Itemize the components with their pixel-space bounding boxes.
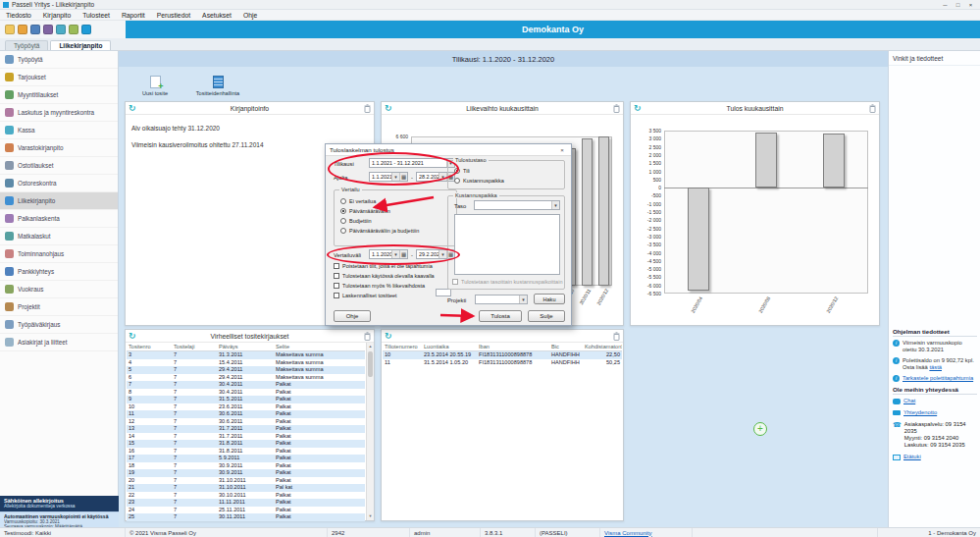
- menu-asetukset[interactable]: Asetukset: [196, 12, 237, 19]
- calendar-icon[interactable]: [399, 173, 407, 181]
- tasoittain-checkbox[interactable]: Tulostetaan tasoittain kustannuspaikoitt…: [452, 279, 564, 285]
- sidebar-item-7[interactable]: Ostotilaukset: [0, 157, 118, 175]
- table-row[interactable]: 12730.6.2011Palkat: [127, 418, 365, 426]
- vertailu-radio-1[interactable]: Ei vertailua: [340, 198, 454, 204]
- table-row[interactable]: 24725.11.2011Palkat: [127, 507, 365, 514]
- save-icon[interactable]: [30, 25, 40, 34]
- sidebar-item-10[interactable]: Palkanlaskenta: [0, 210, 118, 228]
- backup-notice[interactable]: Automaattinen varmuuskopiointi ei käytös…: [0, 511, 119, 527]
- trash-icon[interactable]: [613, 104, 620, 113]
- sidebar-item-13[interactable]: Pankkiyhteys: [0, 263, 118, 281]
- table-row[interactable]: 10723.6.2011Palkat: [127, 403, 365, 411]
- sidebar-item-4[interactable]: Laskutus ja myyntireskontra: [0, 104, 118, 122]
- table-row[interactable]: 11730.6.2011Palkat: [127, 410, 365, 418]
- vertailu-radio-3[interactable]: Budjettiin: [340, 218, 454, 224]
- add-widget-button[interactable]: [753, 422, 767, 436]
- table-row[interactable]: 8730.4.2011Palkat: [127, 389, 365, 397]
- voucher-management-button[interactable]: Tositteidenhallinta: [189, 71, 246, 100]
- taso-select[interactable]: [474, 200, 560, 210]
- contact-link[interactable]: Yhteydenotto: [903, 409, 937, 416]
- dropdown-icon[interactable]: [438, 250, 446, 258]
- menu-ohje[interactable]: Ohje: [237, 12, 263, 19]
- tulostustaso-radio-1[interactable]: Tili: [454, 168, 562, 174]
- sidebar-item-8[interactable]: Ostoreskontra: [0, 175, 118, 192]
- trash-icon[interactable]: [613, 332, 620, 341]
- scroll-up-icon[interactable]: ▲: [367, 343, 374, 350]
- vertailuvali-from-field[interactable]: 1.1.2020: [369, 249, 408, 259]
- table-row[interactable]: 1131.5.2014 1.05.20FI1831311000898878HAN…: [383, 359, 622, 367]
- refresh-icon[interactable]: [129, 103, 138, 113]
- trash-icon[interactable]: [364, 104, 371, 113]
- table-row[interactable]: 22730.10.2011Palkat: [127, 492, 365, 500]
- calculator-icon[interactable]: [69, 25, 78, 34]
- table-row[interactable]: 25730.11.2011Palkat: [127, 513, 365, 521]
- scroll-down-icon[interactable]: ▼: [367, 512, 374, 520]
- scrollbar-thumb[interactable]: [368, 351, 373, 377]
- kustannuspaikka-listbox[interactable]: [454, 214, 560, 275]
- menu-kirjanpito[interactable]: Kirjanpito: [37, 12, 77, 19]
- trash-icon[interactable]: [869, 104, 876, 113]
- table-row[interactable]: 21731.10.2011Pal kat: [127, 484, 365, 492]
- table-row[interactable]: 14731.7.2011Palkat: [127, 433, 365, 441]
- table-row[interactable]: 16731.8.2011Palkat: [127, 448, 365, 456]
- new-document-icon[interactable]: [5, 25, 15, 34]
- dropdown-icon[interactable]: [551, 201, 559, 209]
- maximize-button[interactable]: □: [952, 2, 964, 8]
- projekti-select[interactable]: [475, 295, 528, 304]
- remote-support-link[interactable]: Etätuki: [903, 454, 921, 460]
- table-row[interactable]: 4715.4.2011Maksettava summa: [127, 359, 365, 367]
- tab-työpöytä[interactable]: Työpöytä: [5, 40, 48, 50]
- print-option-checkbox-2[interactable]: Tulostetaan käytössä olevalla kaavalla: [334, 273, 463, 279]
- tilikausi-select[interactable]: 1.1.2021 - 31.12.2021: [369, 158, 455, 168]
- sidebar-item-6[interactable]: Varastokirjanpito: [0, 139, 118, 157]
- refresh-icon[interactable]: [385, 331, 394, 341]
- minimize-button[interactable]: ─: [939, 2, 952, 8]
- menu-tiedosto[interactable]: Tiedosto: [0, 12, 37, 19]
- sidebar-item-17[interactable]: Asiakirjat ja liitteet: [0, 334, 118, 351]
- print-option-checkbox-1[interactable]: Poistetaan tilit, joilla ei ole tapahtum…: [334, 263, 463, 269]
- refresh-icon[interactable]: [634, 103, 644, 113]
- refresh-icon[interactable]: [385, 103, 394, 113]
- ajalta-from-field[interactable]: 1.1.2021: [369, 172, 408, 182]
- vertailu-radio-2[interactable]: Päivämääräväliin: [340, 208, 454, 214]
- menu-tulosteet[interactable]: Tulosteet: [77, 12, 116, 19]
- table-row[interactable]: 23711.11.2011Palkat: [127, 499, 365, 507]
- sidebar-item-9[interactable]: Liikekirjanpito: [0, 192, 118, 210]
- table-row[interactable]: 6729.4.2011Maksettava summa: [127, 374, 365, 382]
- table-row[interactable]: 7730.4.2011Palkat: [127, 381, 365, 389]
- open-folder-icon[interactable]: [18, 25, 27, 34]
- dropdown-icon[interactable]: [391, 250, 399, 258]
- table-row[interactable]: 3731.3.2011Maksettava summa: [127, 351, 365, 359]
- dialog-close-icon[interactable]: ×: [557, 146, 567, 153]
- sidebar-item-3[interactable]: Myyntitilaukset: [0, 86, 118, 104]
- table-scrollbar[interactable]: ▲ ▼: [366, 343, 374, 520]
- tab-liikekirjanpito[interactable]: Liikekirjanpito: [50, 40, 111, 50]
- poletti-events-link[interactable]: Tarkastele polettitapahtumia: [903, 375, 973, 382]
- menu-raportit[interactable]: Raportit: [116, 12, 151, 19]
- trash-icon[interactable]: [364, 332, 371, 341]
- table-row[interactable]: 20731.10.2011Palkat: [127, 477, 365, 485]
- table-row[interactable]: 15731.8.2011Palkat: [127, 440, 365, 448]
- laskennalliset-input[interactable]: [436, 289, 451, 296]
- sidebar-item-5[interactable]: Kassa: [0, 122, 118, 139]
- search-icon[interactable]: [56, 25, 66, 34]
- table-row[interactable]: 1023.5.2014 20.55.19FI1831311000898878HA…: [383, 351, 622, 359]
- table-row[interactable]: 18730.9.2011Palkat: [127, 462, 365, 470]
- table-row[interactable]: 5729.4.2011Maksettava summa: [127, 366, 365, 374]
- sidebar-item-2[interactable]: Tarjoukset: [0, 69, 118, 86]
- dropdown-icon[interactable]: [438, 173, 446, 181]
- refresh-icon[interactable]: [129, 331, 138, 341]
- table-row[interactable]: 13731.7.2011Palkat: [127, 425, 365, 433]
- dropdown-icon[interactable]: [391, 173, 399, 181]
- table-row[interactable]: 19730.9.2011Palkat: [127, 469, 365, 477]
- sidebar-item-11[interactable]: Matkalaskut: [0, 228, 118, 245]
- print-button[interactable]: Tulosta: [479, 310, 522, 322]
- sidebar-item-14[interactable]: Vuokraus: [0, 281, 118, 298]
- help-icon[interactable]: [81, 25, 91, 34]
- haku-button[interactable]: Haku: [534, 294, 565, 304]
- poletti-link[interactable]: tästä: [929, 364, 942, 370]
- table-row[interactable]: 9731.5.2011Palkat: [127, 396, 365, 403]
- new-voucher-button[interactable]: Uusi tosite: [127, 71, 183, 100]
- sidebar-item-1[interactable]: Työpöytä: [0, 51, 118, 69]
- menu-perustiedot[interactable]: Perustiedot: [151, 12, 196, 19]
